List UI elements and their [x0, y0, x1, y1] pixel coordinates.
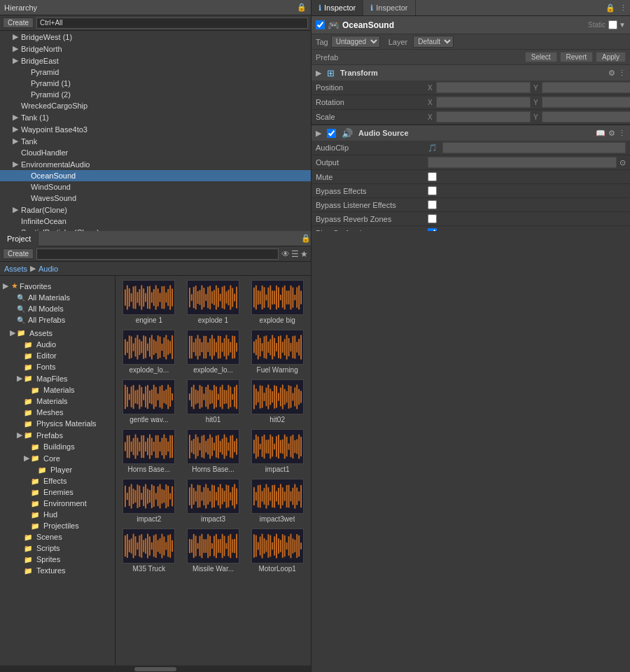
scale-y-input[interactable]: 1	[542, 111, 630, 122]
audioclip-input[interactable]: gentle waves source	[442, 142, 626, 153]
asset-tree-item[interactable]: 📁Effects	[0, 475, 115, 486]
transform-header[interactable]: ▶ ⊞ Transform ⚙ ⋮	[312, 65, 630, 80]
asset-tree-item[interactable]: 📁Materials	[0, 384, 115, 396]
breadcrumb-audio[interactable]: Audio	[38, 265, 58, 273]
audio-source-header[interactable]: ▶ 🔊 Audio Source 📖 ⚙ ⋮	[312, 125, 630, 141]
asset-tree-item[interactable]: 📁Enemies	[0, 486, 115, 498]
asset-tree-item[interactable]: 📁Scripts	[0, 542, 115, 554]
audio-source-enabled-checkbox[interactable]	[327, 129, 336, 138]
hierarchy-lock-btn[interactable]: 🔒	[297, 3, 307, 12]
prefab-revert-btn[interactable]: Revert	[560, 52, 593, 62]
hierarchy-item[interactable]: ▶Waypoint Base4to3	[0, 123, 311, 135]
project-search-input[interactable]	[36, 248, 279, 260]
breadcrumb-assets[interactable]: Assets	[4, 265, 27, 273]
audio-file-item[interactable]: Missile War...	[183, 527, 244, 574]
asset-tree-item[interactable]: 📁Player	[0, 464, 115, 475]
asset-tree-item[interactable]: 📁Scenes	[0, 531, 115, 542]
asset-tree-item[interactable]: 📁Fonts	[0, 361, 115, 372]
all-materials-item[interactable]: 🔍 All Materials	[0, 292, 115, 303]
asset-tree-item[interactable]: 📁Meshes	[0, 407, 115, 418]
asset-tree-item[interactable]: ▶📁Prefabs	[0, 429, 115, 441]
project-eye-btn[interactable]: 👁	[281, 249, 290, 259]
hierarchy-item[interactable]: ▶Radar(Clone)	[0, 204, 311, 216]
asset-tree-item[interactable]: 📁Sprites	[0, 554, 115, 565]
tag-select[interactable]: Untagged	[331, 36, 380, 48]
prefab-apply-btn[interactable]: Apply	[596, 52, 626, 62]
audio-file-item[interactable]: M35 Truck	[118, 527, 180, 574]
project-create-btn[interactable]: Create	[3, 248, 34, 259]
asset-tree-item[interactable]: 📁Hud	[0, 509, 115, 520]
audio-file-item[interactable]: impact3	[183, 477, 244, 524]
favorites-header[interactable]: ▶ ★ Favorites	[0, 280, 115, 292]
inspector-tab-1[interactable]: ℹ Inspector	[312, 0, 363, 15]
asset-tree-item[interactable]: ▶📁Assets	[0, 327, 115, 339]
project-tab[interactable]: Project	[0, 231, 38, 246]
mute-checkbox[interactable]	[428, 172, 437, 181]
bypass-effects-checkbox[interactable]	[428, 186, 437, 195]
asset-tree-item[interactable]: 📁Audio	[0, 339, 115, 350]
audio-file-item[interactable]: gentle wav...	[118, 378, 180, 425]
all-models-item[interactable]: 🔍 All Models	[0, 303, 115, 314]
audio-file-item[interactable]: explode 1	[183, 279, 244, 326]
audio-file-item[interactable]: MotorLoop1	[246, 527, 308, 574]
audio-file-item[interactable]: engine 1	[118, 279, 180, 326]
prefab-select-btn[interactable]: Select	[525, 52, 557, 62]
asset-tree-item[interactable]: 📁Physics Materials	[0, 418, 115, 429]
project-filter-btn[interactable]: ☰	[291, 249, 299, 259]
object-enabled-checkbox[interactable]	[316, 20, 325, 29]
hierarchy-item[interactable]: ▶EnvironmentalAudio	[0, 158, 311, 170]
audio-file-item[interactable]: explode_lo...	[118, 328, 180, 375]
asset-tree-item[interactable]: 📁Materials	[0, 396, 115, 407]
hierarchy-item[interactable]: OceanSound	[0, 170, 311, 181]
asset-tree-item[interactable]: 📁Projectiles	[0, 520, 115, 531]
rot-x-input[interactable]: 0	[436, 97, 531, 108]
hierarchy-create-btn[interactable]: Create	[3, 18, 34, 28]
asset-tree-item[interactable]: 📁Editor	[0, 350, 115, 361]
hierarchy-item[interactable]: ▶BridgeEast	[0, 55, 311, 66]
hierarchy-item[interactable]: InfiniteOcean	[0, 216, 311, 227]
audio-file-item[interactable]: Fuel Warning	[246, 328, 308, 375]
hierarchy-item[interactable]: ▶Tank (1)	[0, 111, 311, 123]
audio-file-item[interactable]: explode_lo...	[183, 328, 244, 375]
asset-tree-item[interactable]: ▶📁Core	[0, 452, 115, 464]
audio-file-item[interactable]: impact1	[246, 428, 308, 475]
audio-file-item[interactable]: hit01	[183, 378, 244, 425]
audio-file-item[interactable]: Horns Base...	[118, 428, 180, 475]
asset-tree-item[interactable]: 📁Buildings	[0, 441, 115, 452]
pos-y-input[interactable]: 16	[542, 82, 630, 93]
hierarchy-item[interactable]: ▶BridgeNorth	[0, 43, 311, 55]
all-prefabs-item[interactable]: 🔍 All Prefabs	[0, 314, 115, 326]
audio-file-item[interactable]: impact3wet	[246, 477, 308, 524]
audio-file-item[interactable]: hit02	[246, 378, 308, 425]
bottom-scrollbar[interactable]	[0, 665, 311, 672]
bypass-reverb-checkbox[interactable]	[428, 214, 437, 223]
pos-x-input[interactable]: 0	[436, 82, 531, 93]
static-checkbox[interactable]	[608, 20, 617, 29]
audio-file-item[interactable]: explode big	[246, 279, 308, 326]
asset-tree-item[interactable]: ▶📁MapFiles	[0, 372, 115, 384]
output-input[interactable]: None (Audio Mixer Group)	[428, 157, 617, 168]
audio-file-item[interactable]: Horns Base...	[183, 428, 244, 475]
rot-y-input[interactable]: 0	[542, 97, 630, 108]
asset-tree-item[interactable]: 📁Textures	[0, 565, 115, 576]
bypass-listener-checkbox[interactable]	[428, 200, 437, 209]
scale-x-input[interactable]: 1	[436, 111, 531, 122]
asset-tree-item[interactable]: 📁Environment	[0, 498, 115, 509]
hierarchy-item[interactable]: WreckedCargoShip	[0, 100, 311, 111]
hierarchy-item[interactable]: ▶BridgeWest (1)	[0, 31, 311, 43]
h-scroll-thumb[interactable]	[134, 667, 176, 671]
hierarchy-item[interactable]: WindSound	[0, 181, 311, 192]
hierarchy-item[interactable]: Pyramid	[0, 66, 311, 78]
hierarchy-item[interactable]: Pyramid (2)	[0, 89, 311, 100]
hierarchy-item[interactable]: Pyramid (1)	[0, 78, 311, 89]
audio-file-item[interactable]: impact2	[118, 477, 180, 524]
project-lock-btn[interactable]: 🔒	[301, 234, 311, 243]
project-star-btn[interactable]: ★	[300, 249, 308, 259]
hierarchy-item[interactable]: ▶Tank	[0, 135, 311, 147]
layer-select[interactable]: Default	[413, 36, 454, 48]
inspector-tab-2[interactable]: ℹ Inspector	[363, 0, 415, 15]
hierarchy-search-input[interactable]	[36, 18, 308, 29]
hierarchy-tab[interactable]: Hierarchy 🔒	[0, 0, 311, 15]
hierarchy-item[interactable]: CloudHandler	[0, 147, 311, 158]
hierarchy-item[interactable]: WavesSound	[0, 192, 311, 204]
